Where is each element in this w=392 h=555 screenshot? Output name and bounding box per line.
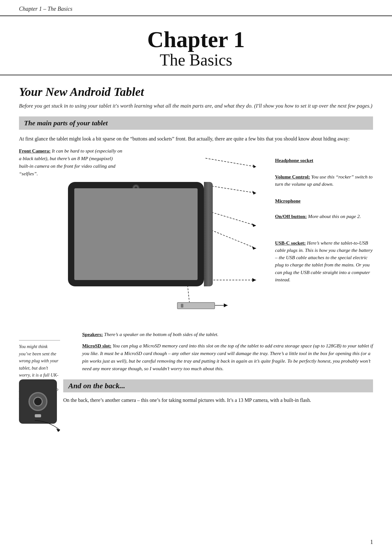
back-camera-inner bbox=[33, 397, 43, 406]
svg-line-6 bbox=[205, 228, 256, 248]
back-camera-graphic bbox=[19, 379, 57, 424]
svg-marker-12 bbox=[224, 303, 228, 307]
right-annotations: Headphone socket Volume Control: You use… bbox=[275, 157, 373, 289]
microsd-label: MicroSD slot: bbox=[82, 343, 111, 348]
page: Chapter 1 – The Basics Chapter 1 The Bas… bbox=[0, 0, 392, 555]
svg-marker-5 bbox=[252, 223, 256, 227]
microsd-text: MicroSD slot: You can plug a MicroSD mem… bbox=[82, 342, 373, 372]
back-heading: And on the back... bbox=[63, 379, 373, 392]
tablet-side bbox=[204, 182, 213, 286]
headphone-annotation: Headphone socket bbox=[275, 157, 373, 164]
microsd-desc: You can plug a MicroSD memory card into … bbox=[82, 343, 373, 371]
microsd-slot-graphic bbox=[177, 302, 215, 309]
chapter-heading: Chapter 1 The Basics bbox=[0, 16, 392, 75]
front-camera-annotation: Front Camera: It can be hard to spot (es… bbox=[19, 147, 123, 178]
headphone-label: Headphone socket bbox=[275, 158, 313, 163]
back-body-text: On the back, there’s another camera – th… bbox=[63, 396, 373, 404]
back-arrow-svg bbox=[35, 419, 66, 432]
back-camera-lens bbox=[28, 392, 47, 411]
back-section: And on the back... On the back, there’s … bbox=[19, 379, 373, 424]
chapter-number: Chapter 1 bbox=[19, 28, 373, 51]
svg-marker-7 bbox=[252, 246, 256, 250]
front-camera-label: Front Camera: bbox=[19, 148, 51, 153]
microphone-annotation: Microphone bbox=[275, 197, 373, 204]
body-text-1: At first glance the tablet might look a … bbox=[19, 135, 373, 143]
svg-line-2 bbox=[205, 185, 256, 193]
onoff-annotation: On/Off button: More about this on page 2… bbox=[275, 213, 373, 220]
volume-annotation: Volume Control: You use this “rocker” sw… bbox=[275, 173, 373, 188]
back-text-content: And on the back... On the back, there’s … bbox=[63, 379, 373, 404]
svg-marker-1 bbox=[253, 165, 256, 168]
onoff-desc: More about this on page 2. bbox=[308, 214, 361, 219]
main-parts-heading: The main parts of your tablet bbox=[19, 116, 373, 130]
svg-line-4 bbox=[205, 210, 256, 226]
tablet-screen bbox=[74, 188, 198, 280]
diagram-area: Front Camera: It can be hard to spot (es… bbox=[19, 147, 373, 337]
usbc-label: USB-C socket: bbox=[275, 240, 306, 246]
main-content: Your New Android Tablet Before you get s… bbox=[0, 75, 392, 433]
volume-label: Volume Control: bbox=[275, 174, 310, 179]
page-number: 1 bbox=[370, 539, 373, 546]
back-camera-flash bbox=[35, 414, 41, 417]
usbc-annotation: USB-C socket: Here’s where the tablet-to… bbox=[275, 239, 373, 284]
section-title: Your New Android Tablet bbox=[19, 85, 373, 99]
intro-text: Before you get stuck in to using your ta… bbox=[19, 102, 373, 110]
svg-line-0 bbox=[205, 158, 256, 167]
header: Chapter 1 – The Basics bbox=[0, 0, 392, 16]
svg-marker-9 bbox=[252, 278, 256, 282]
onoff-label: On/Off button: bbox=[275, 214, 307, 219]
usbc-desc: Here’s where the tablet-to-USB cable plu… bbox=[275, 240, 373, 282]
tablet-graphic bbox=[68, 182, 204, 296]
microphone-label: Microphone bbox=[275, 198, 301, 203]
chapter-subtitle: The Basics bbox=[19, 51, 373, 69]
tablet-body bbox=[68, 182, 204, 286]
header-title: Chapter 1 – The Basics bbox=[19, 6, 72, 12]
svg-marker-3 bbox=[252, 191, 256, 195]
